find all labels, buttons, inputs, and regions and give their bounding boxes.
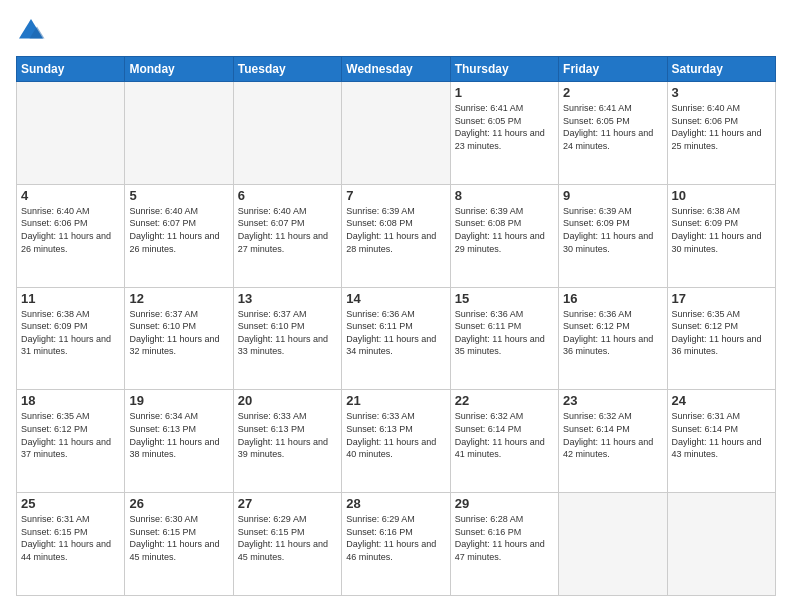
day-info: Sunrise: 6:41 AM Sunset: 6:05 PM Dayligh… [455,102,554,152]
day-info: Sunrise: 6:32 AM Sunset: 6:14 PM Dayligh… [455,410,554,460]
calendar-cell: 4Sunrise: 6:40 AM Sunset: 6:06 PM Daylig… [17,184,125,287]
header [16,16,776,46]
day-number: 21 [346,393,445,408]
day-number: 8 [455,188,554,203]
day-info: Sunrise: 6:40 AM Sunset: 6:06 PM Dayligh… [672,102,771,152]
calendar-cell [559,493,667,596]
calendar-cell: 13Sunrise: 6:37 AM Sunset: 6:10 PM Dayli… [233,287,341,390]
day-number: 15 [455,291,554,306]
page: SundayMondayTuesdayWednesdayThursdayFrid… [0,0,792,612]
day-number: 11 [21,291,120,306]
day-number: 28 [346,496,445,511]
day-info: Sunrise: 6:37 AM Sunset: 6:10 PM Dayligh… [129,308,228,358]
day-number: 19 [129,393,228,408]
calendar-cell: 24Sunrise: 6:31 AM Sunset: 6:14 PM Dayli… [667,390,775,493]
calendar-cell: 29Sunrise: 6:28 AM Sunset: 6:16 PM Dayli… [450,493,558,596]
day-header-monday: Monday [125,57,233,82]
calendar-header-row: SundayMondayTuesdayWednesdayThursdayFrid… [17,57,776,82]
day-header-friday: Friday [559,57,667,82]
day-number: 3 [672,85,771,100]
logo-icon [16,16,46,46]
day-number: 12 [129,291,228,306]
day-number: 13 [238,291,337,306]
calendar-cell: 5Sunrise: 6:40 AM Sunset: 6:07 PM Daylig… [125,184,233,287]
calendar-cell: 10Sunrise: 6:38 AM Sunset: 6:09 PM Dayli… [667,184,775,287]
calendar-week-1: 4Sunrise: 6:40 AM Sunset: 6:06 PM Daylig… [17,184,776,287]
calendar-cell: 22Sunrise: 6:32 AM Sunset: 6:14 PM Dayli… [450,390,558,493]
calendar-cell [667,493,775,596]
day-info: Sunrise: 6:31 AM Sunset: 6:15 PM Dayligh… [21,513,120,563]
day-info: Sunrise: 6:38 AM Sunset: 6:09 PM Dayligh… [21,308,120,358]
day-number: 10 [672,188,771,203]
day-number: 25 [21,496,120,511]
day-info: Sunrise: 6:28 AM Sunset: 6:16 PM Dayligh… [455,513,554,563]
calendar-cell: 8Sunrise: 6:39 AM Sunset: 6:08 PM Daylig… [450,184,558,287]
day-number: 16 [563,291,662,306]
day-number: 17 [672,291,771,306]
calendar-cell: 15Sunrise: 6:36 AM Sunset: 6:11 PM Dayli… [450,287,558,390]
calendar-cell: 26Sunrise: 6:30 AM Sunset: 6:15 PM Dayli… [125,493,233,596]
day-number: 7 [346,188,445,203]
day-info: Sunrise: 6:40 AM Sunset: 6:07 PM Dayligh… [238,205,337,255]
calendar-cell: 11Sunrise: 6:38 AM Sunset: 6:09 PM Dayli… [17,287,125,390]
day-info: Sunrise: 6:36 AM Sunset: 6:11 PM Dayligh… [346,308,445,358]
calendar-cell: 25Sunrise: 6:31 AM Sunset: 6:15 PM Dayli… [17,493,125,596]
day-info: Sunrise: 6:29 AM Sunset: 6:16 PM Dayligh… [346,513,445,563]
calendar-cell: 28Sunrise: 6:29 AM Sunset: 6:16 PM Dayli… [342,493,450,596]
calendar-cell [125,82,233,185]
calendar-table: SundayMondayTuesdayWednesdayThursdayFrid… [16,56,776,596]
day-number: 14 [346,291,445,306]
calendar-week-3: 18Sunrise: 6:35 AM Sunset: 6:12 PM Dayli… [17,390,776,493]
day-info: Sunrise: 6:36 AM Sunset: 6:11 PM Dayligh… [455,308,554,358]
calendar-cell: 27Sunrise: 6:29 AM Sunset: 6:15 PM Dayli… [233,493,341,596]
day-header-tuesday: Tuesday [233,57,341,82]
day-info: Sunrise: 6:37 AM Sunset: 6:10 PM Dayligh… [238,308,337,358]
calendar-cell: 17Sunrise: 6:35 AM Sunset: 6:12 PM Dayli… [667,287,775,390]
calendar-cell: 19Sunrise: 6:34 AM Sunset: 6:13 PM Dayli… [125,390,233,493]
day-number: 5 [129,188,228,203]
calendar-cell: 16Sunrise: 6:36 AM Sunset: 6:12 PM Dayli… [559,287,667,390]
day-number: 26 [129,496,228,511]
day-info: Sunrise: 6:34 AM Sunset: 6:13 PM Dayligh… [129,410,228,460]
calendar-cell: 14Sunrise: 6:36 AM Sunset: 6:11 PM Dayli… [342,287,450,390]
logo [16,16,50,46]
calendar-week-2: 11Sunrise: 6:38 AM Sunset: 6:09 PM Dayli… [17,287,776,390]
day-number: 1 [455,85,554,100]
day-info: Sunrise: 6:39 AM Sunset: 6:08 PM Dayligh… [346,205,445,255]
day-info: Sunrise: 6:31 AM Sunset: 6:14 PM Dayligh… [672,410,771,460]
day-info: Sunrise: 6:38 AM Sunset: 6:09 PM Dayligh… [672,205,771,255]
calendar-week-0: 1Sunrise: 6:41 AM Sunset: 6:05 PM Daylig… [17,82,776,185]
day-info: Sunrise: 6:40 AM Sunset: 6:07 PM Dayligh… [129,205,228,255]
calendar-cell: 7Sunrise: 6:39 AM Sunset: 6:08 PM Daylig… [342,184,450,287]
day-header-thursday: Thursday [450,57,558,82]
calendar-cell: 12Sunrise: 6:37 AM Sunset: 6:10 PM Dayli… [125,287,233,390]
day-info: Sunrise: 6:30 AM Sunset: 6:15 PM Dayligh… [129,513,228,563]
day-number: 6 [238,188,337,203]
day-info: Sunrise: 6:36 AM Sunset: 6:12 PM Dayligh… [563,308,662,358]
day-info: Sunrise: 6:35 AM Sunset: 6:12 PM Dayligh… [672,308,771,358]
calendar-week-4: 25Sunrise: 6:31 AM Sunset: 6:15 PM Dayli… [17,493,776,596]
day-number: 29 [455,496,554,511]
calendar-cell: 20Sunrise: 6:33 AM Sunset: 6:13 PM Dayli… [233,390,341,493]
day-number: 4 [21,188,120,203]
calendar-cell: 1Sunrise: 6:41 AM Sunset: 6:05 PM Daylig… [450,82,558,185]
day-header-wednesday: Wednesday [342,57,450,82]
day-info: Sunrise: 6:39 AM Sunset: 6:09 PM Dayligh… [563,205,662,255]
day-info: Sunrise: 6:32 AM Sunset: 6:14 PM Dayligh… [563,410,662,460]
calendar-cell: 2Sunrise: 6:41 AM Sunset: 6:05 PM Daylig… [559,82,667,185]
day-number: 24 [672,393,771,408]
calendar-cell: 18Sunrise: 6:35 AM Sunset: 6:12 PM Dayli… [17,390,125,493]
calendar-cell: 23Sunrise: 6:32 AM Sunset: 6:14 PM Dayli… [559,390,667,493]
day-info: Sunrise: 6:29 AM Sunset: 6:15 PM Dayligh… [238,513,337,563]
day-info: Sunrise: 6:33 AM Sunset: 6:13 PM Dayligh… [346,410,445,460]
calendar-cell: 6Sunrise: 6:40 AM Sunset: 6:07 PM Daylig… [233,184,341,287]
day-header-sunday: Sunday [17,57,125,82]
calendar-cell: 21Sunrise: 6:33 AM Sunset: 6:13 PM Dayli… [342,390,450,493]
day-info: Sunrise: 6:41 AM Sunset: 6:05 PM Dayligh… [563,102,662,152]
day-info: Sunrise: 6:35 AM Sunset: 6:12 PM Dayligh… [21,410,120,460]
day-number: 9 [563,188,662,203]
calendar-cell [233,82,341,185]
day-number: 23 [563,393,662,408]
calendar-cell [17,82,125,185]
day-number: 20 [238,393,337,408]
